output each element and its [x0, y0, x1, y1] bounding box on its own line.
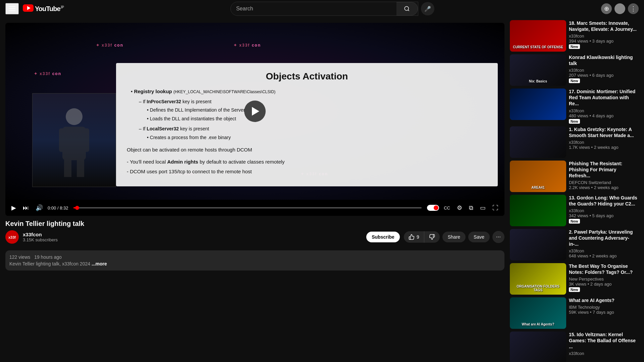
progress-bar[interactable] [73, 207, 422, 208]
rec-title: The Best Way To Organise Notes: Folders?… [569, 263, 639, 275]
search-input[interactable] [231, 2, 396, 15]
save-button[interactable]: Save [468, 232, 490, 242]
rec-thumbnail: AREA41 [510, 161, 566, 192]
miniplayer-button[interactable]: ⧉ [467, 203, 475, 213]
channel-subscribers: 3.15K subscribers [23, 237, 362, 242]
svg-point-2 [405, 6, 409, 10]
rec-badge: New [569, 119, 580, 124]
video-player[interactable]: ✦ x33f con ✦ x33f con ✦ x33f con ✦ x33f … [5, 23, 504, 216]
thumb-label: AREA41 [511, 184, 565, 191]
header-avatar-1[interactable]: ⊕ [601, 3, 612, 14]
thumb-label: ORGANISATION FOLDERS TAGS [511, 283, 565, 293]
slide-title: Objects Activation [127, 71, 487, 82]
rec-meta: 480 views • 4 days ago [569, 113, 639, 118]
rec-title: 13. Gordon Long: Who Guards the Guards? … [569, 195, 639, 207]
rec-channel: x33fcon [569, 34, 639, 39]
rec-meta: 3K views • 2 days ago [569, 282, 639, 287]
rec-info: Phishing The Resistant: Phishing For Pri… [569, 161, 639, 192]
header-avatar-2[interactable] [614, 3, 625, 14]
video-area: ✦ x33f con ✦ x33f con ✦ x33f con ✦ x33f … [0, 17, 510, 362]
channel-name[interactable]: x33fcon [23, 232, 362, 237]
theater-button[interactable]: ▭ [478, 203, 488, 213]
rec-thumbnail [510, 126, 566, 158]
rec-thumbnail [510, 88, 566, 120]
recommendations-sidebar: CURRENT STATE OF OFFENSE 18. Marc Smeets… [510, 17, 644, 362]
recommendation-item[interactable]: AREA41 Phishing The Resistant: Phishing … [510, 161, 639, 192]
header-left: YouTubeJP [5, 3, 64, 14]
logo-text: YouTubeJP [35, 5, 64, 13]
svg-line-3 [408, 10, 409, 11]
rec-thumbnail: ORGANISATION FOLDERS TAGS [510, 263, 566, 295]
description-more-button[interactable]: ...more [92, 261, 107, 266]
next-button[interactable]: ⏭ [21, 203, 31, 213]
rec-thumbnail: CURRENT STATE OF OFFENSE [510, 20, 566, 52]
rec-info: 13. Gordon Long: Who Guards the Guards? … [569, 195, 639, 226]
view-count: 122 views [9, 254, 30, 260]
channel-avatar[interactable]: x33f [5, 230, 19, 244]
recommendation-item[interactable]: 13. Gordon Long: Who Guards the Guards? … [510, 195, 639, 226]
svg-rect-8 [64, 159, 71, 177]
settings-button[interactable]: ⚙ [455, 203, 464, 213]
rec-title: 2. Pawel Partyka: Unraveling and Counter… [569, 229, 639, 247]
rec-channel: DEFCON Switzerland [569, 180, 639, 185]
rec-thumbnail [510, 229, 566, 260]
rec-info: 2. Pawel Partyka: Unraveling and Counter… [569, 229, 639, 260]
recommendation-item[interactable]: CURRENT STATE OF OFFENSE 18. Marc Smeets… [510, 20, 639, 52]
play-overlay-button[interactable] [244, 101, 266, 122]
rec-thumbnail [510, 331, 566, 362]
rec-title: 18. Marc Smeets: Innovate, Navigate, Ele… [569, 20, 639, 32]
toggle-pill[interactable] [427, 205, 439, 211]
logo[interactable]: YouTubeJP [23, 3, 64, 14]
rec-channel: x33fcon [569, 68, 639, 73]
slide-content: • Registry lookup (HKEY_LOCAL_MACHINE\SO… [127, 87, 487, 176]
video-title: Kevin Tellier lighting talk [5, 220, 504, 228]
slide-line-8: - You'll need local Admin rights by defa… [127, 158, 487, 166]
search-button[interactable] [396, 2, 418, 15]
recommendation-item[interactable]: Nix: Basics Konrad Klawikowski lighting … [510, 54, 639, 86]
slide-line-5: – If LocalServer32 key is present [139, 125, 487, 133]
rec-channel: IBM Technology [569, 305, 639, 310]
more-actions-button[interactable]: ⋯ [492, 231, 504, 243]
autoplay-toggle[interactable] [427, 205, 439, 211]
rec-info: 15. Ido Veltzman: Kernel Games: The Ball… [569, 331, 639, 362]
slide-line-1: • Registry lookup (HKEY_LOCAL_MACHINE\SO… [131, 87, 487, 96]
svg-rect-5 [62, 127, 86, 160]
header-center: 🎤 [69, 2, 596, 16]
channel-info: x33fcon 3.15K subscribers [23, 232, 362, 242]
recommendation-item[interactable]: What are AI Agents? What are AI Agents? … [510, 297, 639, 329]
voice-search-button[interactable]: 🎤 [421, 2, 434, 15]
svg-rect-7 [83, 128, 89, 152]
speaker-figure [33, 94, 116, 187]
cc-button[interactable]: CC [442, 204, 452, 212]
rec-title: 1. Kuba Gretzky: Keynote: A Smooth Start… [569, 126, 639, 138]
recommendation-item[interactable]: ORGANISATION FOLDERS TAGS The Best Way T… [510, 263, 639, 295]
header-more-menu[interactable]: ⋮ [628, 3, 639, 14]
rec-title: Phishing The Resistant: Phishing For Pri… [569, 161, 639, 179]
fullscreen-button[interactable]: ⛶ [490, 203, 500, 213]
dislike-button[interactable] [424, 231, 440, 243]
search-bar [230, 2, 418, 16]
like-button[interactable]: 9 [404, 231, 424, 243]
rec-info: What are AI Agents? IBM Technology 59K v… [569, 297, 639, 329]
like-count: 9 [417, 234, 419, 240]
slide-line-6: • Creates a process from the .exe binary [147, 134, 487, 142]
recommendation-item[interactable]: 2. Pawel Partyka: Unraveling and Counter… [510, 229, 639, 260]
rec-channel: New Perspectives [569, 277, 639, 282]
share-button[interactable]: Share [442, 232, 466, 242]
hamburger-menu[interactable] [5, 3, 19, 14]
recommendation-item[interactable]: 15. Ido Veltzman: Kernel Games: The Ball… [510, 331, 639, 362]
rec-info: 17. Dominic Mortimer: Unified Red Team A… [569, 88, 639, 124]
rec-badge: New [569, 44, 580, 49]
play-button[interactable]: ▶ [9, 203, 18, 213]
rec-channel: x33fcon [569, 208, 639, 213]
svg-rect-6 [59, 128, 66, 152]
rec-badge: New [569, 78, 580, 83]
subscribe-button[interactable]: Subscribe [366, 232, 400, 242]
rec-info: The Best Way To Organise Notes: Folders?… [569, 263, 639, 295]
rec-meta: 59K views • 7 days ago [569, 310, 639, 315]
header-right: ⊕ ⋮ [601, 3, 639, 14]
recommendation-item[interactable]: 17. Dominic Mortimer: Unified Red Team A… [510, 88, 639, 124]
recommendation-item[interactable]: 1. Kuba Gretzky: Keynote: A Smooth Start… [510, 126, 639, 158]
volume-button[interactable]: 🔊 [34, 203, 45, 213]
video-info: Kevin Tellier lighting talk x33f x33fcon… [5, 216, 504, 248]
